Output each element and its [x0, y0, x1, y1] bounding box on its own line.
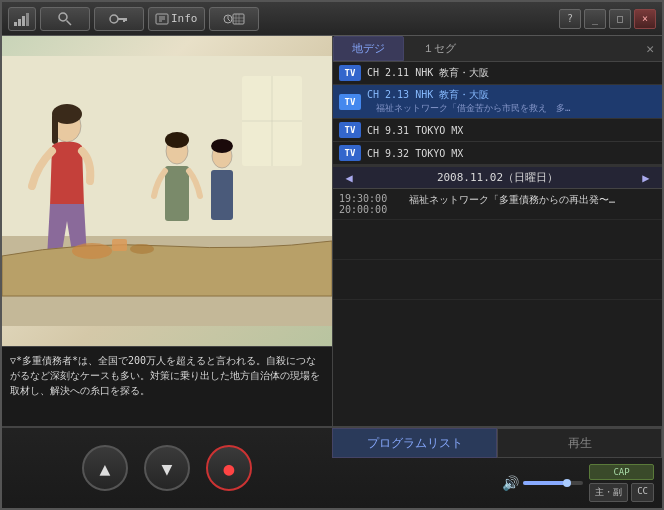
- svg-rect-36: [211, 170, 233, 220]
- left-panel: ▽*多重債務者*は、全国で200万人を超えると言われる。自殺につながるなど深刻な…: [2, 36, 332, 426]
- svg-point-6: [110, 15, 118, 23]
- channel-text-3: CH 9.31 TOKYO MX: [367, 125, 656, 136]
- svg-rect-8: [123, 18, 125, 22]
- subtitle-area: ▽*多重債務者*は、全国で200万人を超えると言われる。自殺につながるなど深刻な…: [2, 346, 332, 426]
- svg-rect-3: [26, 13, 29, 26]
- svg-rect-33: [165, 166, 189, 221]
- svg-rect-1: [18, 19, 21, 26]
- channel-list-close[interactable]: ✕: [642, 41, 658, 56]
- main-sub-button[interactable]: 主・副: [589, 483, 628, 502]
- svg-rect-2: [22, 16, 25, 26]
- tab-program-list[interactable]: プログラムリスト: [332, 428, 497, 458]
- epg-area: ◀ 2008.11.02（日曜日） ▶ 19:30:0020:00:00 福祉ネ…: [333, 165, 662, 426]
- svg-line-16: [228, 19, 230, 21]
- cc-button[interactable]: CC: [631, 483, 654, 502]
- svg-rect-17: [233, 14, 244, 24]
- svg-rect-29: [112, 239, 127, 251]
- bottom-controls-right: 🔊 CAP 主・副 CC: [332, 458, 662, 508]
- channel-item-1[interactable]: TV CH 2.11 NHK 教育・大阪: [333, 62, 662, 85]
- bottom-bar: ▲ ▼ ● プログラムリスト 再生 🔊: [2, 426, 662, 508]
- svg-point-32: [165, 132, 189, 148]
- right-panel: 地デジ １セグ ✕ TV CH 2.11 NHK 教育・大阪 TV CH 2.1…: [332, 36, 662, 426]
- epg-time-1: 19:30:0020:00:00: [339, 193, 409, 215]
- volume-slider[interactable]: [523, 481, 583, 485]
- epg-title-1: 福祉ネットワーク「多重債務からの再出発〜…: [409, 193, 656, 215]
- volume-fill: [523, 481, 565, 485]
- subtitle-text: ▽*多重債務者*は、全国で200万人を超えると言われる。自殺につながるなど深刻な…: [10, 353, 324, 398]
- key-button[interactable]: [94, 7, 144, 31]
- cap-button[interactable]: CAP: [589, 464, 654, 480]
- epg-item-3: [333, 260, 662, 300]
- svg-point-28: [72, 243, 112, 259]
- svg-rect-27: [52, 114, 58, 144]
- channel-text-1: CH 2.11 NHK 教育・大阪: [367, 66, 656, 80]
- svg-point-35: [211, 139, 233, 153]
- svg-point-30: [130, 244, 154, 254]
- info-label: Info: [171, 12, 198, 25]
- bottom-right: プログラムリスト 再生 🔊 CAP 主・副: [332, 428, 662, 508]
- scroll-up-button[interactable]: ▲: [82, 445, 128, 491]
- svg-line-5: [67, 20, 72, 25]
- channel-text-4: CH 9.32 TOKYO MX: [367, 148, 656, 159]
- channel-text-2: CH 2.13 NHK 教育・大阪 福祉ネットワーク「借金苦から市民を救え 多…: [367, 88, 656, 115]
- titlebar-right: ? _ □ ×: [559, 9, 656, 29]
- main-content: ▽*多重債務者*は、全国で200万人を超えると言われる。自殺につながるなど深刻な…: [2, 36, 662, 426]
- epg-prev-button[interactable]: ◀: [341, 171, 357, 185]
- svg-rect-9: [125, 18, 127, 21]
- svg-rect-0: [14, 22, 17, 26]
- signal-icon[interactable]: [8, 7, 36, 31]
- channel-item-3[interactable]: TV CH 9.31 TOKYO MX: [333, 119, 662, 142]
- epg-next-button[interactable]: ▶: [638, 171, 654, 185]
- video-canvas: [2, 36, 332, 346]
- channel-tabs: 地デジ １セグ ✕: [333, 36, 662, 62]
- video-area: [2, 36, 332, 346]
- epg-date: 2008.11.02（日曜日）: [437, 170, 558, 185]
- record-button[interactable]: ●: [206, 445, 252, 491]
- scroll-down-button[interactable]: ▼: [144, 445, 190, 491]
- tv-badge-2: TV: [339, 94, 361, 110]
- tab-row: プログラムリスト 再生: [332, 428, 662, 458]
- volume-area: 🔊: [502, 475, 583, 491]
- help-button[interactable]: ?: [559, 9, 581, 29]
- info-button[interactable]: Info: [148, 7, 205, 31]
- tv-badge-4: TV: [339, 145, 361, 161]
- main-window: Info ? _: [0, 0, 664, 510]
- tv-badge-1: TV: [339, 65, 361, 81]
- epg-nav: ◀ 2008.11.02（日曜日） ▶: [333, 167, 662, 189]
- volume-knob[interactable]: [563, 479, 571, 487]
- side-buttons: CAP 主・副 CC: [589, 464, 654, 502]
- epg-list: 19:30:0020:00:00 福祉ネットワーク「多重債務からの再出発〜…: [333, 189, 662, 426]
- epg-item-2: [333, 220, 662, 260]
- tab-chidigi[interactable]: 地デジ: [333, 36, 404, 61]
- channel-item-4[interactable]: TV CH 9.32 TOKYO MX: [333, 142, 662, 165]
- maximize-button[interactable]: □: [609, 9, 631, 29]
- minimize-button[interactable]: _: [584, 9, 606, 29]
- tv-badge-3: TV: [339, 122, 361, 138]
- epg-item-1[interactable]: 19:30:0020:00:00 福祉ネットワーク「多重債務からの再出発〜…: [333, 189, 662, 220]
- titlebar-left: Info: [8, 7, 559, 31]
- close-button[interactable]: ×: [634, 9, 656, 29]
- schedule-button[interactable]: [209, 7, 259, 31]
- titlebar: Info ? _: [2, 2, 662, 36]
- volume-icon: 🔊: [502, 475, 519, 491]
- channel-list: 地デジ １セグ ✕ TV CH 2.11 NHK 教育・大阪 TV CH 2.1…: [333, 36, 662, 165]
- search-button[interactable]: [40, 7, 90, 31]
- tab-playback[interactable]: 再生: [497, 428, 662, 458]
- bottom-left: ▲ ▼ ●: [2, 428, 332, 508]
- channel-item-2[interactable]: TV CH 2.13 NHK 教育・大阪 福祉ネットワーク「借金苦から市民を救え…: [333, 85, 662, 119]
- svg-point-4: [59, 13, 67, 21]
- tab-1seg[interactable]: １セグ: [404, 36, 475, 61]
